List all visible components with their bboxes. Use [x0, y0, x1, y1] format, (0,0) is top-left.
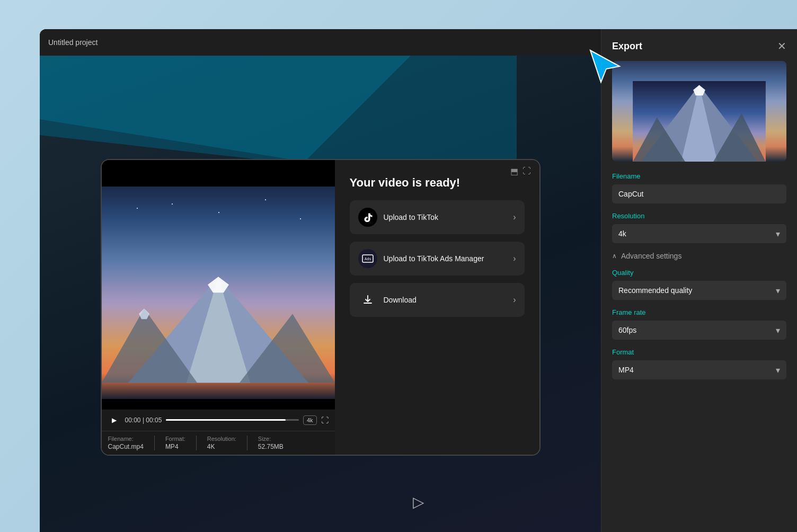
current-time: 00:00 | 00:05	[125, 416, 162, 424]
app-window: Untitled project ⬆ Export ☰ ? B	[40, 29, 797, 532]
resolution-select-wrapper: 4k 1080p 720p	[612, 224, 786, 243]
resolution-field: Resolution 4k 1080p 720p	[601, 212, 797, 252]
resolution-label: Resolution	[612, 212, 786, 220]
meta-divider-2	[196, 436, 197, 450]
video-ready-side: Your video is ready! Upload to TikTok	[335, 160, 539, 455]
format-select[interactable]: MP4 MOV WebM	[612, 360, 786, 379]
export-panel-header: Export ✕	[601, 29, 797, 61]
export-panel-title: Export	[612, 41, 642, 52]
video-ready-title: Your video is ready!	[350, 176, 525, 190]
chevron-up-icon: ∧	[612, 252, 617, 260]
download-arrow-icon: ›	[513, 295, 516, 305]
video-meta: Filename: CapCut.mp4 Format: MP4 Resolut…	[102, 431, 335, 455]
video-player-side: ▶ 00:00 | 00:05 4k ⛶	[102, 160, 335, 455]
framerate-select-wrapper: 60fps 30fps 24fps	[612, 321, 786, 340]
meta-format: Format: MP4	[165, 436, 185, 450]
framerate-label: Frame rate	[612, 308, 786, 316]
export-panel: Export ✕	[601, 29, 797, 532]
video-modal: ⬒ ⛶	[101, 159, 541, 456]
resolution-select[interactable]: 4k 1080p 720p	[612, 224, 786, 243]
filename-input[interactable]	[612, 184, 786, 203]
tiktok-ads-btn-left: Ads Upload to TikTok Ads Manager	[358, 249, 484, 268]
download-button[interactable]: Download ›	[350, 283, 525, 317]
framerate-field: Frame rate 60fps 30fps 24fps	[601, 308, 797, 348]
feedback-icon[interactable]: ⬒	[510, 166, 518, 176]
download-icon	[358, 290, 377, 309]
meta-divider-3	[247, 436, 247, 450]
filename-label: Filename	[612, 172, 786, 180]
star	[137, 208, 138, 209]
upload-tiktok-button[interactable]: Upload to TikTok ›	[350, 200, 525, 234]
format-field: Format MP4 MOV WebM	[601, 348, 797, 388]
fullscreen-icon[interactable]: ⛶	[523, 166, 531, 176]
export-mountain-svg	[612, 81, 786, 162]
meta-resolution: Resolution: 4K	[207, 436, 236, 450]
meta-filename: Filename: CapCut.mp4	[108, 436, 144, 450]
meta-divider-1	[154, 436, 155, 450]
download-btn-left: Download	[358, 290, 417, 309]
modal-overlay: ⬒ ⛶	[40, 82, 601, 532]
svg-text:Ads: Ads	[365, 257, 371, 261]
modal-top-icons: ⬒ ⛶	[510, 166, 531, 176]
export-thumbnail-image	[612, 61, 786, 162]
video-bottom-bar	[102, 399, 335, 410]
advanced-settings-toggle[interactable]: ∧ Advanced settings	[601, 252, 797, 269]
star	[265, 199, 266, 200]
video-frame	[102, 187, 335, 399]
tiktok-ads-icon: Ads	[358, 249, 377, 268]
format-label: Format	[612, 348, 786, 356]
meta-size: Size: 52.75MB	[258, 436, 284, 450]
tiktok-arrow-icon: ›	[513, 212, 516, 222]
star	[172, 203, 173, 205]
quality-select[interactable]: Recommended quality High quality Low qua…	[612, 281, 786, 300]
tiktok-ads-arrow-icon: ›	[513, 254, 516, 263]
tiktok-icon	[358, 208, 377, 227]
tiktok-btn-left: Upload to TikTok	[358, 208, 439, 227]
star	[218, 212, 219, 213]
star	[300, 218, 301, 219]
project-title: Untitled project	[48, 38, 98, 47]
quality-select-wrapper: Recommended quality High quality Low qua…	[612, 281, 786, 300]
progress-fill	[166, 419, 285, 421]
format-select-wrapper: MP4 MOV WebM	[612, 360, 786, 379]
filename-field: Filename	[601, 172, 797, 212]
body-area: ⬒ ⛶	[40, 56, 797, 532]
framerate-select[interactable]: 60fps 30fps 24fps	[612, 321, 786, 340]
export-thumbnail	[612, 61, 786, 162]
video-thumbnail	[102, 187, 335, 399]
play-button[interactable]: ▶	[108, 414, 121, 427]
quality-field: Quality Recommended quality High quality…	[601, 269, 797, 308]
video-controls: ▶ 00:00 | 00:05 4k ⛶	[102, 410, 335, 431]
video-fullscreen-icon[interactable]: ⛶	[321, 416, 329, 424]
video-top-bar	[102, 160, 335, 187]
quality-badge: 4k	[303, 415, 317, 425]
close-panel-button[interactable]: ✕	[777, 40, 786, 52]
progress-bar[interactable]	[166, 419, 299, 421]
mountain-svg	[102, 250, 335, 399]
quality-label: Quality	[612, 269, 786, 277]
upload-tiktok-ads-button[interactable]: Ads Upload to TikTok Ads Manager ›	[350, 242, 525, 276]
